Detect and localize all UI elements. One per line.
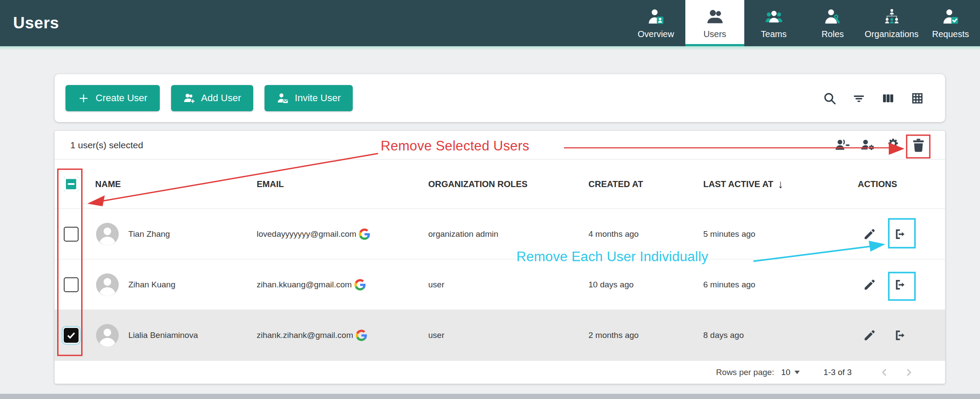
row-checkbox[interactable] [64,328,79,343]
selection-actions [835,138,926,153]
google-icon [356,330,367,341]
tab-overview[interactable]: Overview [626,0,685,46]
column-header-created-at[interactable]: CREATED AT [581,179,695,189]
person-check-icon [941,8,960,26]
person-id-icon [646,8,666,26]
select-all-cell [55,177,87,191]
filter-icon[interactable] [852,92,866,105]
columns-icon[interactable] [881,92,895,105]
users-table-card: 1 user(s) selected NAME EMAIL ORGANIZATI… [55,131,945,384]
check-icon [66,330,76,341]
grid-icon[interactable] [911,92,924,105]
user-email: zihan.kkuang@gmail.com [257,280,352,290]
remove-user-icon[interactable] [892,278,905,291]
tab-organizations[interactable]: Organizations [862,0,921,46]
header-divider [0,46,980,50]
column-header-name[interactable]: NAME [87,179,249,189]
tab-teams[interactable]: Teams [744,0,803,46]
user-name: Zihan Kuang [128,280,175,290]
created-at: 4 months ago [581,229,695,239]
column-header-last-active-at[interactable]: LAST ACTIVE AT ↓ [695,177,850,191]
last-active-at: 8 days ago [695,331,850,340]
google-icon [359,228,370,240]
user-name: Tian Zhang [128,229,170,239]
select-all-checkbox[interactable] [64,177,79,191]
team-icon [764,8,784,26]
table-row: Lialia Beniaminova zihank.zihank@gmail.c… [55,310,945,360]
add-user-button[interactable]: Add User [171,85,254,111]
users-page: Users Overview Users Teams Roles Organiz… [0,0,980,50]
avatar [96,273,119,296]
tab-label: Users [703,29,726,39]
tab-label: Organizations [865,29,918,39]
user-email: zihank.zihank@gmail.com [257,331,353,340]
dropdown-caret-icon [794,371,800,374]
row-checkbox[interactable] [64,277,79,292]
tab-label: Overview [638,29,674,39]
indeterminate-mark [68,183,75,185]
column-header-org-roles[interactable]: ORGANIZATION ROLES [420,179,581,189]
org-tree-icon [882,8,901,26]
table-tools [823,92,945,105]
pagination-bar: Rows per page: 10 1-3 of 3 [55,360,945,384]
create-user-button[interactable]: Create User [65,85,160,111]
previous-page-icon[interactable] [879,367,890,378]
table-row: Tian Zhang lovedayyyyyyy@gmail.com organ… [55,208,945,259]
org-roles: user [420,280,581,290]
trash-icon[interactable] [911,138,926,153]
tab-label: Teams [761,29,787,39]
edit-user-icon[interactable] [863,278,876,291]
main-nav: Overview Users Teams Roles Organizations… [626,0,980,46]
app-header: Users Overview Users Teams Roles Organiz… [0,0,980,46]
badge-icon[interactable] [886,138,901,153]
create-user-label: Create User [96,92,148,104]
plus-icon [78,92,89,104]
tab-roles[interactable]: Roles [803,0,862,46]
column-header-email[interactable]: EMAIL [249,179,420,189]
people-icon [705,8,725,26]
org-roles: organization admin [420,229,581,239]
sort-desc-icon[interactable]: ↓ [777,177,783,191]
rows-per-page-label: Rows per page: [716,368,774,377]
google-icon [354,279,366,290]
add-user-icon [183,92,195,104]
tab-label: Roles [822,29,844,39]
person-remove-icon[interactable] [835,138,850,153]
invite-user-icon [277,92,289,104]
created-at: 2 months ago [581,331,695,340]
org-roles: user [420,331,581,340]
toolbar: Create User Add User Invite User [55,74,945,122]
last-active-at: 6 minutes ago [695,280,850,290]
avatar [96,324,119,347]
next-page-icon[interactable] [903,367,915,378]
edit-user-icon[interactable] [863,228,876,241]
created-at: 10 days ago [581,280,695,290]
user-email: lovedayyyyyyy@gmail.com [257,229,356,239]
remove-user-icon[interactable] [892,329,905,342]
person-key-icon [823,8,842,26]
invite-user-button[interactable]: Invite User [265,85,353,111]
bottom-scrollbar[interactable] [0,394,980,399]
edit-user-icon[interactable] [863,329,876,342]
last-active-at: 5 minutes ago [695,229,850,239]
tab-users[interactable]: Users [685,0,744,46]
rows-per-page-value: 10 [781,368,790,377]
rows-per-page-select[interactable]: 10 [781,368,799,377]
user-name: Lialia Beniaminova [128,331,198,340]
avatar [96,223,119,246]
selection-bar: 1 user(s) selected [55,131,945,160]
page-title: Users [13,14,59,32]
invite-user-label: Invite User [295,92,340,104]
table-row: Zihan Kuang zihan.kkuang@gmail.com user … [55,259,945,310]
person-settings-icon[interactable] [860,138,875,153]
column-header-label: LAST ACTIVE AT [703,179,773,189]
column-header-actions: ACTIONS [850,179,945,189]
add-user-label: Add User [201,92,241,104]
page-range-label: 1-3 of 3 [824,368,852,377]
tab-label: Requests [932,29,969,39]
remove-user-icon[interactable] [892,228,905,241]
row-checkbox[interactable] [64,227,79,242]
search-icon[interactable] [823,92,836,105]
selection-count-label: 1 user(s) selected [70,140,143,150]
tab-requests[interactable]: Requests [921,0,980,46]
